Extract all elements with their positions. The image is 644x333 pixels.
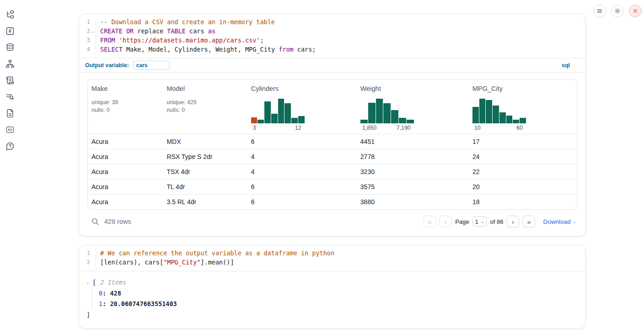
output-variable-input[interactable] bbox=[133, 61, 170, 70]
items-count: 2 Items bbox=[100, 279, 126, 286]
open-bracket: [ bbox=[92, 279, 96, 286]
table-cell: 22 bbox=[469, 168, 577, 175]
list-entries: 0: 4281: 20.060747663551403 bbox=[92, 288, 578, 309]
settings-button[interactable] bbox=[611, 5, 624, 17]
chevron-right-icon: › bbox=[512, 218, 514, 225]
code-text: # We can reference the output variable a… bbox=[96, 248, 585, 258]
token-plain: cars bbox=[186, 27, 208, 35]
page-label: Page bbox=[455, 218, 469, 225]
notebook-actions bbox=[593, 5, 642, 17]
table-row: AcuraRSX Type S 2dr4277824 bbox=[88, 149, 577, 164]
histogram-bar bbox=[472, 107, 479, 123]
column-header-model[interactable]: Modelunique: 425nulls: 0 bbox=[163, 79, 247, 134]
code-line: 3FROM 'https://datasets.marimo.app/cars.… bbox=[79, 36, 585, 45]
menu-button[interactable] bbox=[593, 5, 606, 17]
fold-chevron-icon[interactable]: ⌄ bbox=[90, 26, 96, 36]
token-plain bbox=[115, 37, 119, 44]
language-badge: sql bbox=[562, 62, 570, 69]
chevron-down-icon: ⌄ bbox=[573, 219, 576, 224]
histogram-bar bbox=[383, 103, 391, 123]
list-search-icon[interactable] bbox=[5, 92, 15, 101]
token-kw: from bbox=[279, 46, 294, 53]
chevron-left-icon: ‹ bbox=[445, 218, 447, 225]
table-cell: 24 bbox=[469, 153, 577, 160]
token-plain: replace bbox=[134, 27, 167, 35]
table-cell: 3.5 RL 4dr bbox=[163, 198, 247, 206]
table-cell: 4 bbox=[247, 168, 357, 175]
list-output-header: ⌄ [ 2 Items bbox=[86, 279, 578, 286]
close-bracket: ] bbox=[86, 311, 578, 319]
column-header-mpg_city[interactable]: MPG_City1060 bbox=[469, 79, 577, 134]
histogram-bar bbox=[284, 103, 291, 123]
code-text: [len(cars), cars["MPG_City"].mean()] bbox=[96, 258, 585, 267]
code-snippet-icon[interactable] bbox=[5, 125, 15, 134]
document-icon[interactable] bbox=[5, 109, 15, 118]
table-cell: Acura bbox=[88, 198, 163, 206]
prev-page-button[interactable]: ‹ bbox=[439, 216, 452, 227]
table-cell: 20 bbox=[469, 183, 577, 190]
line-number: 1 bbox=[79, 248, 90, 258]
histogram-axis-labels: 1060 bbox=[472, 125, 526, 131]
chevrons-right-icon: » bbox=[527, 218, 531, 225]
histogram-bar bbox=[298, 116, 305, 123]
token-comment: # We can reference the output variable a… bbox=[100, 249, 334, 257]
database-icon[interactable] bbox=[5, 43, 15, 52]
axis-min-label: 3 bbox=[253, 125, 256, 131]
sql-code-editor[interactable]: 1-- Download a CSV and create an in-memo… bbox=[79, 14, 585, 58]
table-cell: 6 bbox=[247, 183, 357, 190]
histogram-bar bbox=[513, 120, 519, 123]
histogram-axis-labels: 312 bbox=[251, 125, 305, 131]
stat-line: nulls: 0 bbox=[91, 106, 159, 114]
last-page-button[interactable]: » bbox=[522, 216, 535, 227]
token-kw: as bbox=[208, 27, 215, 35]
table-cell: 17 bbox=[469, 138, 577, 145]
histogram-bar bbox=[291, 118, 298, 123]
next-page-button[interactable]: › bbox=[506, 216, 519, 227]
token-kw: SELECT bbox=[100, 46, 123, 53]
collapse-toggle-icon[interactable]: ⌄ bbox=[86, 280, 92, 285]
table-cell: 18 bbox=[469, 198, 577, 206]
table-row: AcuraTL 4dr6357520 bbox=[88, 179, 577, 194]
line-number: 2 bbox=[79, 258, 90, 267]
table-cell: Acura bbox=[88, 168, 163, 175]
code-text: SELECT Make, Model, Cylinders, Weight, M… bbox=[96, 45, 585, 54]
axis-min-label: 1,850 bbox=[362, 125, 376, 131]
search-icon[interactable] bbox=[91, 217, 99, 226]
function-square-icon[interactable] bbox=[5, 26, 15, 36]
gear-icon bbox=[614, 8, 621, 14]
page-select[interactable]: 1 ⌄ bbox=[472, 217, 487, 227]
file-tree-icon[interactable] bbox=[5, 10, 15, 19]
scroll-icon[interactable] bbox=[5, 76, 15, 85]
histogram-mpg_city: 1060 bbox=[472, 99, 526, 131]
histogram-bar bbox=[486, 100, 492, 123]
download-button[interactable]: Download ⌄ bbox=[543, 218, 576, 225]
table-cell: 3230 bbox=[357, 168, 469, 175]
python-cell: 1# We can reference the output variable … bbox=[79, 245, 586, 329]
table-cell: 6 bbox=[247, 138, 357, 145]
download-label: Download bbox=[543, 218, 570, 225]
histogram-weight: 1,8507,190 bbox=[360, 99, 414, 131]
code-text: CREATE OR replace TABLE cars as bbox=[96, 26, 585, 36]
list-entry: 0: 428 bbox=[99, 288, 578, 299]
column-name: MPG_City bbox=[472, 85, 573, 92]
histogram-bars bbox=[251, 99, 305, 123]
token-kw: CREATE bbox=[100, 27, 123, 35]
column-name: Make bbox=[91, 85, 159, 92]
histogram-bar bbox=[251, 117, 258, 123]
dependency-graph-icon[interactable] bbox=[5, 59, 15, 69]
table-cell: Acura bbox=[88, 183, 163, 190]
python-code-editor[interactable]: 1# We can reference the output variable … bbox=[79, 245, 585, 271]
sql-output-area: Makeunique: 38nulls: 0Modelunique: 425nu… bbox=[79, 72, 585, 236]
histogram-axis-labels: 1,8507,190 bbox=[360, 125, 414, 131]
column-header-make[interactable]: Makeunique: 38nulls: 0 bbox=[88, 79, 163, 134]
sql-options-row: Output variable: sql bbox=[79, 58, 585, 72]
column-header-weight[interactable]: Weight1,8507,190 bbox=[357, 79, 469, 134]
page-total: of 86 bbox=[490, 218, 503, 225]
close-icon bbox=[632, 8, 639, 14]
help-icon[interactable] bbox=[5, 142, 15, 151]
chevrons-left-icon: « bbox=[428, 218, 431, 225]
column-header-cylinders[interactable]: Cylinders312 bbox=[247, 79, 357, 134]
shutdown-button[interactable] bbox=[629, 5, 642, 17]
histogram-bar bbox=[520, 118, 526, 123]
first-page-button[interactable]: « bbox=[423, 216, 436, 227]
